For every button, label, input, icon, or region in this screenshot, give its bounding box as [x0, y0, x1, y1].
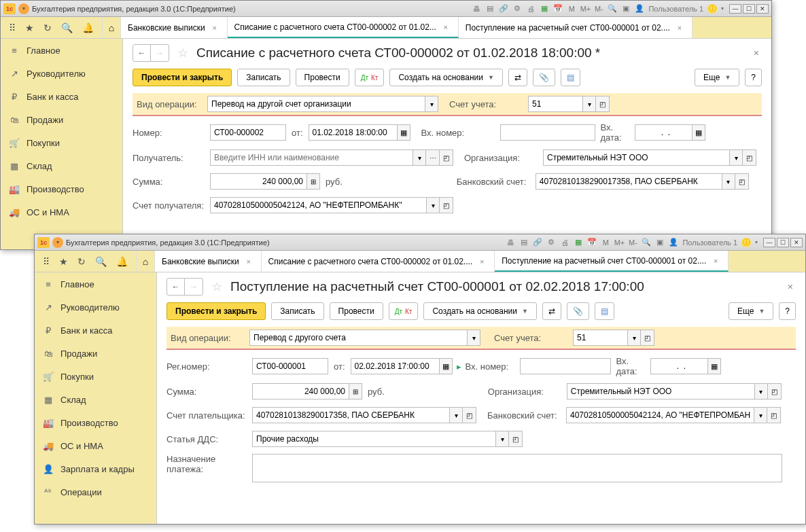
calc-icon[interactable]: ⚙: [546, 238, 556, 247]
extdate-input[interactable]: [635, 124, 692, 141]
close-button[interactable]: ✕: [790, 238, 803, 247]
titlebar[interactable]: 1c ▾ Бухгалтерия предприятия, редакция 3…: [35, 234, 805, 251]
dropdown-icon[interactable]: ▾: [449, 407, 463, 423]
dropdown-icon[interactable]: ▾: [729, 149, 743, 166]
sum-input[interactable]: [210, 173, 306, 190]
cal1-icon[interactable]: ▦: [574, 238, 583, 247]
post-button[interactable]: Провести: [330, 302, 383, 320]
favorite-icon[interactable]: ★: [25, 22, 34, 33]
home-tab[interactable]: ⌂: [102, 17, 121, 38]
calc-icon[interactable]: ⚙: [512, 4, 522, 14]
close-icon[interactable]: ×: [243, 256, 254, 267]
search-icon[interactable]: 🔍: [95, 256, 107, 267]
recacc-input[interactable]: [210, 197, 426, 213]
nav-payroll[interactable]: 👤Зарплата и кадры: [35, 457, 156, 480]
report-button[interactable]: ▤: [595, 302, 614, 320]
calculator-icon[interactable]: ⊞: [306, 173, 320, 190]
recipient-input[interactable]: [210, 149, 413, 166]
window-icon[interactable]: ▣: [621, 4, 631, 14]
dropdown-icon[interactable]: ▾: [722, 173, 735, 190]
back-button[interactable]: ←: [167, 279, 185, 295]
cal2-icon[interactable]: 📅: [553, 4, 563, 14]
bankacc-input[interactable]: [566, 407, 754, 423]
m-icon[interactable]: M: [567, 4, 576, 14]
nav-purchases[interactable]: 🛒Покупки: [35, 365, 156, 388]
dropdown-icon[interactable]: ▾: [426, 197, 440, 213]
dtkt-button[interactable]: ДтКт: [355, 69, 385, 86]
close-page-button[interactable]: ×: [785, 279, 796, 295]
nav-bank[interactable]: ₽Банк и касса: [35, 319, 156, 342]
zoom-icon[interactable]: 🔍: [608, 4, 617, 14]
apps-icon[interactable]: ⠿: [43, 256, 50, 267]
open-icon[interactable]: ◰: [596, 96, 610, 112]
app-menu-button[interactable]: ▾: [52, 237, 63, 248]
m-icon[interactable]: M: [601, 238, 610, 247]
tab-writeoff[interactable]: Списание с расчетного счета СТ00-000002 …: [228, 17, 459, 38]
payeracc-input[interactable]: [252, 407, 449, 423]
structure-button[interactable]: ⇄: [508, 69, 527, 86]
nav-production[interactable]: 🏭Производство: [35, 411, 156, 434]
nav-production[interactable]: 🏭Производство: [1, 177, 122, 200]
tab-writeoff[interactable]: Списание с расчетного счета СТ00-000002 …: [262, 251, 495, 272]
print2-icon[interactable]: 🖨: [526, 4, 536, 14]
sum-input[interactable]: [252, 383, 349, 400]
purpose-input[interactable]: [252, 454, 782, 482]
tab-bank-statements[interactable]: Банковские выписки ×: [155, 251, 262, 272]
tab-receipt[interactable]: Поступление на расчетный счет СТ00-00000…: [495, 251, 729, 272]
post-close-button[interactable]: Провести и закрыть: [133, 69, 232, 86]
back-button[interactable]: ←: [133, 45, 151, 61]
info-icon[interactable]: ⓘ: [741, 238, 751, 247]
dropdown-icon[interactable]: ▾: [754, 383, 768, 400]
close-page-button[interactable]: ×: [751, 45, 762, 61]
optype-input[interactable]: [249, 330, 467, 346]
close-button[interactable]: ✕: [756, 4, 769, 14]
extdate-input[interactable]: [650, 358, 707, 374]
more-button[interactable]: Еще▼: [695, 69, 739, 86]
calculator-icon[interactable]: ⊞: [349, 383, 362, 400]
dtkt-button[interactable]: ДтКт: [389, 302, 419, 320]
open-icon[interactable]: ◰: [767, 407, 781, 423]
search-icon[interactable]: 🔍: [61, 22, 73, 33]
user-label[interactable]: Пользователь 1: [682, 238, 737, 247]
date-input[interactable]: [351, 358, 439, 374]
close-icon[interactable]: ×: [710, 255, 721, 266]
date-input[interactable]: [309, 124, 397, 141]
maximize-button[interactable]: ☐: [743, 4, 755, 14]
write-button[interactable]: Записать: [271, 302, 323, 320]
help-button[interactable]: ?: [745, 69, 762, 86]
cal1-icon[interactable]: ▦: [540, 4, 549, 14]
minimize-button[interactable]: —: [729, 4, 741, 14]
zoom-icon[interactable]: 🔍: [642, 238, 651, 247]
forward-button[interactable]: →: [185, 279, 203, 295]
dropdown-icon[interactable]: ▾: [425, 96, 438, 112]
nav-warehouse[interactable]: ▦Склад: [35, 388, 156, 411]
print2-icon[interactable]: 🖨: [560, 238, 570, 247]
app-menu-button[interactable]: ▾: [18, 3, 29, 14]
print-icon[interactable]: 🖶: [472, 4, 481, 14]
more-button[interactable]: Еще▼: [729, 302, 773, 320]
cal2-icon[interactable]: 📅: [587, 238, 597, 247]
post-button[interactable]: Провести: [296, 69, 349, 86]
create-based-button[interactable]: Создать на основании▼: [423, 302, 536, 320]
optype-input[interactable]: [207, 96, 425, 112]
dds-input[interactable]: [252, 431, 495, 447]
info-icon[interactable]: ⓘ: [707, 4, 717, 14]
calendar-icon[interactable]: ▦: [707, 358, 721, 374]
report-button[interactable]: ▤: [561, 69, 580, 86]
close-icon[interactable]: ×: [440, 22, 451, 33]
doc-icon[interactable]: ▤: [485, 4, 495, 14]
attach-button[interactable]: 📎: [567, 302, 589, 320]
dropdown-icon[interactable]: ▾: [582, 96, 596, 112]
dropdown-icon[interactable]: ▾: [627, 330, 641, 346]
bell-icon[interactable]: 🔔: [116, 256, 128, 267]
dropdown-icon[interactable]: ▾: [754, 407, 767, 423]
maximize-button[interactable]: ☐: [777, 238, 789, 247]
close-icon[interactable]: ×: [674, 22, 685, 33]
mminus-icon[interactable]: M-: [628, 238, 637, 247]
open-icon[interactable]: ◰: [768, 383, 782, 400]
nav-bank[interactable]: ₽Банк и касса: [1, 85, 122, 108]
open-icon[interactable]: ◰: [743, 149, 756, 166]
history-icon[interactable]: ↻: [43, 22, 52, 33]
extnum-input[interactable]: [520, 358, 611, 374]
close-icon[interactable]: ×: [476, 256, 487, 267]
